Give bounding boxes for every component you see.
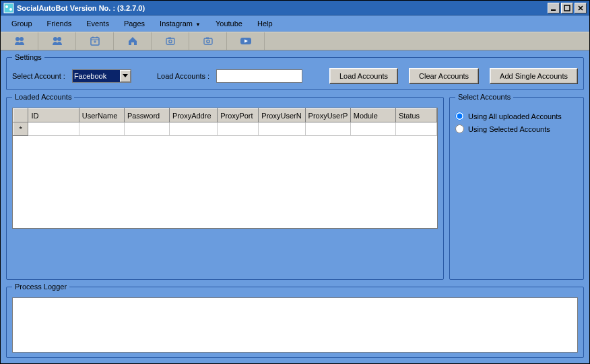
menu-label: Youtube	[216, 20, 242, 28]
menu-friends[interactable]: Friends	[40, 17, 79, 30]
settings-row: Select Account : Facebook Load Accounts …	[12, 68, 578, 84]
toolbar-button-camera2[interactable]	[189, 32, 227, 50]
svg-point-7	[53, 37, 57, 41]
col-status[interactable]: Status	[395, 109, 436, 122]
chevron-down-icon: ▼	[195, 22, 201, 28]
col-id[interactable]: ID	[28, 109, 79, 122]
loaded-accounts-panel: Loaded Accounts ID UserName	[6, 93, 444, 280]
group-icon	[51, 36, 63, 46]
window-controls	[548, 3, 587, 13]
grid-header-row: ID UserName Password ProxyAddre ProxyPor…	[13, 109, 437, 122]
load-accounts-button[interactable]: Load Accounts	[329, 68, 398, 84]
window-title: SocialAutoBot Version No. : (3.2.7.0)	[17, 4, 548, 12]
menu-instagram[interactable]: Instagram▼	[153, 17, 207, 30]
video-icon	[240, 36, 252, 46]
svg-point-19	[206, 40, 209, 42]
radio-selected-accounts[interactable]	[455, 124, 464, 133]
app-icon	[3, 3, 14, 13]
radio-all-label: Using All uploaded Accounts	[468, 112, 562, 120]
toolbar-button-video[interactable]	[227, 32, 265, 50]
select-accounts-legend: Select Accounts	[455, 93, 513, 101]
accounts-grid[interactable]: ID UserName Password ProxyAddre ProxyPor…	[12, 108, 438, 229]
menu-label: Instagram	[160, 20, 193, 28]
toolbar-button-group2[interactable]	[38, 32, 76, 50]
select-accounts-panel: Select Accounts Using All uploaded Accou…	[449, 93, 584, 280]
close-button[interactable]	[575, 3, 587, 13]
add-single-accounts-button[interactable]: Add Single Accounts	[490, 68, 578, 84]
row-marker: *	[13, 122, 28, 136]
menubar: Group Friends Events Pages Instagram▼ Yo…	[1, 15, 589, 32]
radio-all-accounts[interactable]	[455, 112, 464, 120]
grid-corner	[13, 109, 28, 122]
col-module[interactable]: Module	[350, 109, 395, 122]
titlebar: SocialAutoBot Version No. : (3.2.7.0)	[1, 1, 589, 15]
load-accounts-input[interactable]	[216, 69, 302, 83]
svg-rect-18	[204, 38, 212, 44]
col-proxyaddress[interactable]: ProxyAddre	[170, 109, 218, 122]
camera-icon	[165, 36, 176, 46]
load-accounts-label: Load Accounts :	[157, 72, 209, 80]
svg-point-6	[20, 37, 24, 41]
maximize-button[interactable]	[561, 3, 573, 13]
col-proxyusername[interactable]: ProxyUserN	[259, 109, 305, 122]
calendar-icon	[90, 36, 100, 46]
svg-rect-17	[168, 38, 171, 39]
settings-panel: Settings Select Account : Facebook Load …	[6, 53, 584, 90]
group-icon	[13, 36, 26, 46]
svg-rect-0	[4, 3, 13, 13]
svg-rect-3	[551, 9, 556, 11]
middle-row: Loaded Accounts ID UserName	[6, 93, 584, 280]
menu-label: Group	[11, 20, 32, 28]
svg-point-1	[5, 5, 8, 8]
toolbar-button-camera1[interactable]	[152, 32, 189, 50]
menu-label: Events	[86, 20, 109, 28]
toolbar	[1, 32, 589, 50]
clear-accounts-button[interactable]: Clear Accounts	[409, 68, 479, 84]
menu-group[interactable]: Group	[5, 17, 39, 30]
process-logger-panel: Process Logger	[6, 283, 584, 358]
menu-pages[interactable]: Pages	[117, 17, 152, 30]
menu-help[interactable]: Help	[251, 17, 280, 30]
svg-point-16	[168, 40, 171, 42]
menu-youtube[interactable]: Youtube	[209, 17, 249, 30]
col-password[interactable]: Password	[124, 109, 169, 122]
menu-label: Help	[257, 20, 273, 28]
toolbar-button-group1[interactable]	[1, 32, 38, 50]
col-proxyport[interactable]: ProxyPort	[218, 109, 259, 122]
col-username[interactable]: UserName	[79, 109, 124, 122]
select-account-label: Select Account :	[12, 72, 65, 80]
minimize-button[interactable]	[548, 3, 560, 13]
menu-label: Pages	[124, 20, 145, 28]
radio-selected-label: Using Selected Accounts	[468, 125, 550, 133]
loaded-accounts-legend: Loaded Accounts	[12, 93, 74, 101]
process-logger-box[interactable]	[12, 297, 578, 353]
process-logger-legend: Process Logger	[12, 283, 69, 291]
menu-events[interactable]: Events	[79, 17, 116, 30]
svg-rect-20	[206, 38, 209, 39]
home-icon	[127, 36, 138, 46]
svg-rect-15	[166, 38, 174, 44]
content-area: Settings Select Account : Facebook Load …	[1, 50, 589, 363]
svg-point-2	[9, 8, 12, 11]
svg-point-8	[57, 37, 61, 41]
toolbar-button-calendar[interactable]	[76, 32, 114, 50]
app-window: SocialAutoBot Version No. : (3.2.7.0) Gr…	[0, 0, 590, 364]
col-proxyuserpass[interactable]: ProxyUserP	[305, 109, 350, 122]
svg-rect-4	[564, 5, 570, 11]
select-account-dropdown[interactable]: Facebook	[72, 69, 131, 83]
menu-label: Friends	[47, 20, 72, 28]
toolbar-button-home[interactable]	[114, 32, 152, 50]
camera-icon	[203, 36, 214, 46]
grid-new-row[interactable]: *	[13, 122, 437, 136]
settings-legend: Settings	[12, 53, 44, 61]
svg-point-5	[15, 37, 20, 41]
